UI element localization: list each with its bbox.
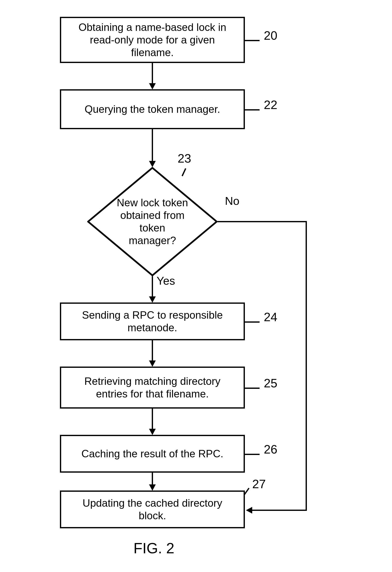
edge-label-yes: Yes [157, 274, 175, 287]
ref-leader-22 [245, 109, 260, 111]
ref-num-23: 23 [178, 151, 191, 165]
process-box-24: Sending a RPC to responsible metanode. [60, 302, 245, 340]
ref-num-24: 24 [264, 310, 278, 324]
arrow-line [152, 409, 153, 429]
process-box-27: Updating the cached directory block. [60, 491, 245, 528]
edge-label-no: No [225, 194, 239, 207]
ref-leader-26 [245, 454, 260, 455]
ref-leader-25 [245, 388, 260, 389]
arrow-head-icon [149, 296, 156, 303]
process-text: Obtaining a name-based lock in read-only… [67, 21, 237, 59]
no-line-h [217, 221, 307, 222]
arrow-head-icon [149, 429, 156, 435]
process-box-22: Querying the token manager. [60, 89, 245, 129]
process-box-25: Retrieving matching directory entries fo… [60, 366, 245, 409]
arrow-line [152, 276, 153, 297]
ref-num-20: 20 [264, 28, 278, 42]
arrow-head-icon [149, 361, 156, 367]
process-box-20: Obtaining a name-based lock in read-only… [60, 17, 245, 63]
arrow-line [152, 129, 153, 162]
no-line-h2 [252, 510, 307, 511]
arrow-head-icon [246, 507, 252, 514]
arrow-head-icon [149, 484, 156, 491]
process-box-26: Caching the result of the RPC. [60, 435, 245, 473]
ref-num-26: 26 [264, 442, 278, 456]
process-text: Retrieving matching directory entries fo… [67, 375, 237, 400]
process-text: Updating the cached directory block. [67, 497, 237, 522]
decision-text: New lock token obtained from token manag… [87, 167, 217, 276]
arrow-line [152, 63, 153, 84]
arrow-line [152, 473, 153, 485]
arrow-head-icon [149, 83, 156, 90]
no-line-v [306, 221, 307, 511]
arrow-line [152, 340, 153, 361]
process-text: Caching the result of the RPC. [81, 447, 223, 460]
ref-leader-24 [245, 321, 260, 323]
figure-caption: FIG. 2 [133, 540, 174, 557]
process-text: Sending a RPC to responsible metanode. [67, 309, 237, 334]
arrow-head-icon [149, 161, 156, 167]
ref-num-22: 22 [264, 98, 278, 112]
ref-num-25: 25 [264, 376, 278, 390]
decision-box-23: New lock token obtained from token manag… [87, 167, 217, 276]
process-text: Querying the token manager. [85, 103, 220, 115]
ref-num-27: 27 [252, 477, 266, 491]
ref-leader-20 [245, 40, 260, 41]
